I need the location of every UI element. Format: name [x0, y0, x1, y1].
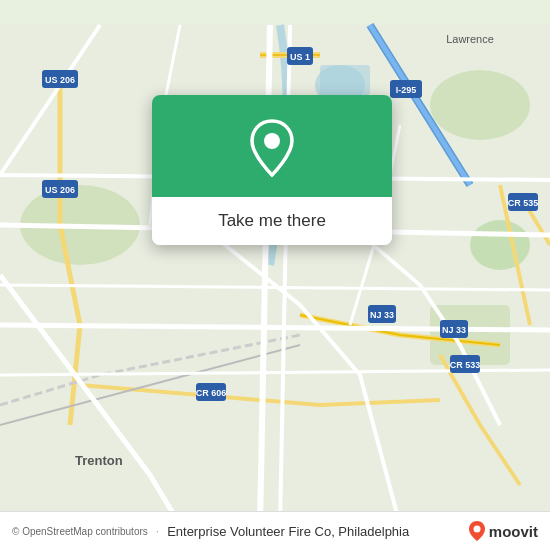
location-pin-icon — [246, 117, 298, 179]
bottom-bar: © OpenStreetMap contributors · Enterpris… — [0, 511, 550, 550]
svg-text:US 206: US 206 — [45, 185, 75, 195]
moovit-pin-icon — [468, 520, 486, 542]
svg-text:CR 606: CR 606 — [196, 388, 227, 398]
svg-text:NJ 33: NJ 33 — [442, 325, 466, 335]
svg-point-2 — [430, 70, 530, 140]
svg-text:Lawrence: Lawrence — [446, 33, 494, 45]
svg-text:US 1: US 1 — [290, 52, 310, 62]
svg-point-3 — [470, 220, 530, 270]
map-svg: US 206 US 206 US 1 I-295 NJ 33 NJ 33 CR … — [0, 0, 550, 550]
take-me-there-button[interactable]: Take me there — [152, 197, 392, 245]
osm-credit: © OpenStreetMap contributors — [12, 526, 148, 537]
separator: · — [156, 524, 159, 538]
svg-point-38 — [264, 133, 280, 149]
popup-card: Take me there — [152, 95, 392, 245]
svg-point-39 — [473, 526, 480, 533]
svg-text:US 206: US 206 — [45, 75, 75, 85]
svg-text:I-295: I-295 — [396, 85, 417, 95]
svg-text:CR 533: CR 533 — [450, 360, 481, 370]
svg-text:CR 535: CR 535 — [508, 198, 539, 208]
place-name: Enterprise Volunteer Fire Co, Philadelph… — [167, 524, 409, 539]
svg-text:Trenton: Trenton — [75, 453, 123, 468]
svg-rect-6 — [320, 65, 370, 95]
moovit-text: moovit — [489, 523, 538, 540]
map-container: US 206 US 206 US 1 I-295 NJ 33 NJ 33 CR … — [0, 0, 550, 550]
popup-green-section — [152, 95, 392, 197]
moovit-logo: moovit — [468, 520, 538, 542]
bottom-info: © OpenStreetMap contributors · Enterpris… — [12, 524, 409, 539]
svg-text:NJ 33: NJ 33 — [370, 310, 394, 320]
